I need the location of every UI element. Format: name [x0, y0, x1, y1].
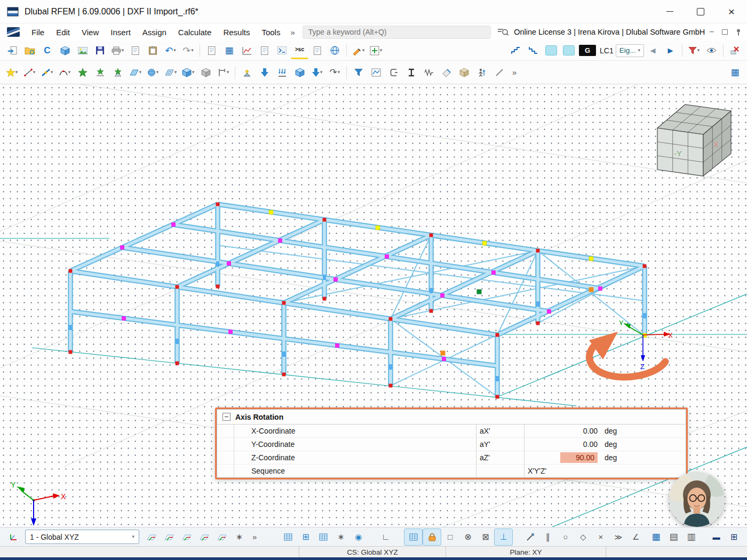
menu-view[interactable]: View	[76, 23, 105, 41]
table-view-1-button[interactable]: ▦	[647, 529, 665, 545]
snap-tangent-button[interactable]	[521, 529, 539, 545]
close-button[interactable]: ×	[716, 0, 747, 23]
sync-model-button[interactable]: C	[38, 43, 56, 59]
row-value-cell[interactable]: 0.00	[524, 438, 600, 451]
new-opening-button[interactable]: ▾	[162, 65, 179, 81]
clamp-button[interactable]	[385, 65, 402, 81]
tables-button[interactable]: ▦	[220, 43, 238, 59]
load-case-label[interactable]: LC1	[598, 46, 616, 55]
coordinate-system-select[interactable]: 1 - Global XYZ ▾	[25, 530, 139, 544]
scale-person-button[interactable]	[473, 65, 490, 81]
eigenvalue-combo[interactable]: Eig...▾	[616, 44, 644, 57]
workplane-xz-button[interactable]	[160, 529, 178, 545]
dock-grid-button[interactable]: ⊞	[725, 529, 743, 545]
delete-results-button[interactable]	[726, 43, 744, 59]
nodal-load-button[interactable]	[256, 65, 273, 81]
new-arc-button[interactable]: ▾	[56, 65, 74, 81]
insert-object-button[interactable]: ▾	[367, 43, 385, 59]
new-block-button[interactable]: ▾	[179, 65, 197, 81]
printout-button[interactable]	[308, 43, 326, 59]
result-frame-button[interactable]	[367, 65, 385, 81]
new-comment-button[interactable]	[126, 43, 144, 59]
menu-insert[interactable]: Insert	[105, 23, 137, 41]
workplane-xy-button[interactable]	[142, 529, 160, 545]
toggle-a-button[interactable]	[542, 43, 560, 59]
snap-star-button[interactable]: ∗	[332, 529, 349, 545]
undo-button[interactable]: ↶▾	[162, 43, 179, 59]
page-layout-button[interactable]	[203, 43, 220, 59]
new-support-c-button[interactable]	[109, 65, 126, 81]
snap-cross-button[interactable]: ×	[592, 529, 609, 545]
table-view-3-button[interactable]: ▥	[682, 529, 700, 545]
level-up-button[interactable]	[507, 43, 525, 59]
plane-offset-button[interactable]	[195, 529, 213, 545]
license-search-icon[interactable]	[496, 25, 510, 39]
navigation-cube[interactable]: -Y X	[657, 105, 731, 176]
snap-parallel-button[interactable]: ∥	[539, 529, 557, 545]
snap-center-button[interactable]: ◉	[349, 529, 367, 545]
cut-tool-button[interactable]	[438, 65, 455, 81]
user-avatar[interactable]	[669, 471, 725, 527]
level-down-button[interactable]	[525, 43, 542, 59]
redo-button[interactable]: ↷▾	[179, 43, 197, 59]
dimension-button[interactable]: ▾	[214, 65, 232, 81]
section-profile-button[interactable]	[402, 65, 420, 81]
nodal-support-button[interactable]	[238, 65, 256, 81]
table-end-button[interactable]: ▦	[726, 65, 744, 81]
menu-tools[interactable]: Tools	[256, 23, 286, 41]
print-button[interactable]: ▾	[109, 43, 126, 59]
menu-calculate[interactable]: Calculate	[172, 23, 218, 41]
imperfection-button[interactable]: ↷▾	[326, 65, 344, 81]
free-load-button[interactable]: ▾	[308, 65, 326, 81]
collapse-ribbon-button[interactable]: −	[705, 25, 718, 39]
new-member-button[interactable]: ▾	[38, 65, 56, 81]
menu-edit[interactable]: Edit	[50, 23, 76, 41]
structure-members[interactable]	[70, 204, 645, 397]
report-button[interactable]	[256, 43, 273, 59]
snap-polygon-button[interactable]: ◇	[574, 529, 592, 545]
render-view-button[interactable]	[56, 43, 74, 59]
table-view-2-button[interactable]: ▤	[665, 529, 682, 545]
permanent-load-toggle[interactable]: G	[577, 43, 598, 59]
console-button[interactable]	[273, 43, 291, 59]
snap-extension-button[interactable]: ≫	[609, 529, 627, 545]
plane-indicator-button[interactable]: ∟	[377, 529, 394, 545]
import-file-button[interactable]	[3, 43, 21, 59]
solid-block-button[interactable]	[455, 65, 473, 81]
filter-objects-button[interactable]	[349, 65, 367, 81]
snap-lock-toggle[interactable]	[423, 529, 441, 546]
new-surface-button[interactable]: ▾	[126, 65, 144, 81]
menu-overflow-chevrons[interactable]: »	[286, 28, 299, 37]
float-panel-button[interactable]	[718, 25, 732, 39]
snap-angle-button[interactable]: ∠	[627, 529, 645, 545]
row-value-cell[interactable]: 90.00	[524, 451, 600, 464]
new-support-b-button[interactable]	[91, 65, 109, 81]
menu-file[interactable]: File	[26, 23, 50, 41]
member-load-button[interactable]	[273, 65, 291, 81]
web-services-button[interactable]	[326, 43, 344, 59]
clipboard-button[interactable]	[144, 43, 162, 59]
copy-object-button[interactable]	[197, 65, 214, 81]
diagram-button[interactable]	[238, 43, 256, 59]
row-value-cell[interactable]: 0.00	[524, 425, 600, 437]
ucs-button[interactable]	[4, 529, 22, 545]
save-button[interactable]	[91, 43, 109, 59]
new-solid-button[interactable]: ▾	[144, 65, 162, 81]
toggle-b-button[interactable]	[560, 43, 577, 59]
new-support-a-button[interactable]	[74, 65, 91, 81]
toolbar2-overflow[interactable]: »	[508, 68, 521, 77]
minimize-button[interactable]	[654, 0, 685, 23]
snap-intersection-button[interactable]: ⊗	[459, 529, 476, 545]
results-filter-button[interactable]: ▾	[685, 43, 703, 59]
row-value-cell[interactable]: X'Y'Z'	[524, 465, 686, 477]
menu-results[interactable]: Results	[217, 23, 256, 41]
bottombar-overflow[interactable]: »	[248, 532, 261, 541]
snap-toggle-button[interactable]	[314, 529, 332, 545]
dock-panel-button[interactable]: ▬	[708, 529, 725, 545]
surface-load-button[interactable]	[291, 65, 308, 81]
visibility-button[interactable]	[703, 43, 720, 59]
snap-circle-button[interactable]: ○	[557, 529, 574, 545]
next-case-button[interactable]: ▶	[662, 43, 679, 59]
model-viewport[interactable]: X Y Z X Y Z	[0, 84, 747, 527]
sc-generator-button[interactable]: >sc	[291, 42, 308, 59]
